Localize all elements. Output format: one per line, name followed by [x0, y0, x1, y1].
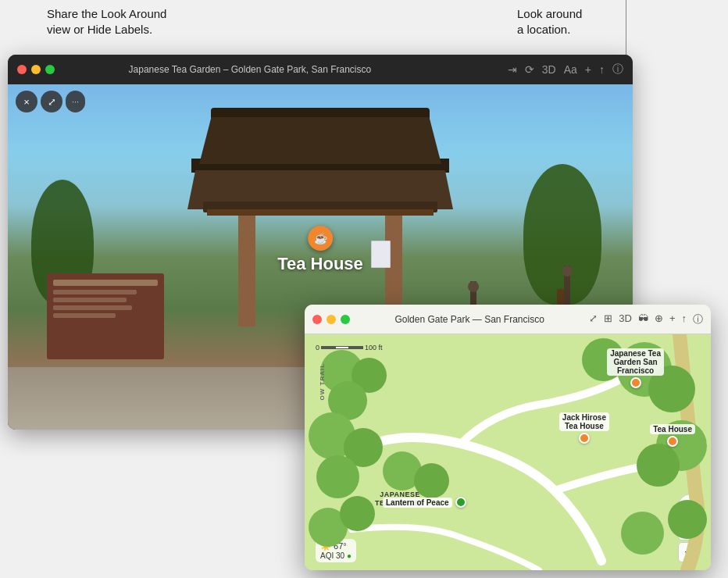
poi-th-label: Tea House [650, 424, 695, 434]
map-sidebar-icon[interactable]: ⤢ [589, 312, 598, 326]
tea-house-marker[interactable]: ☕ Tea House [277, 226, 363, 274]
la-more-button[interactable]: ··· [66, 91, 85, 112]
map-search-icon[interactable]: ⊕ [655, 312, 663, 326]
poi-jh-dot [579, 433, 590, 444]
map-minimize-button[interactable] [327, 315, 336, 324]
tree-cluster-6 [316, 455, 359, 498]
la-expand-button[interactable]: ⤢ [41, 91, 62, 112]
share-icon[interactable]: ↑ [599, 63, 605, 76]
poi-lop-dot [455, 497, 466, 508]
look-around-titlebar: Japanese Tea Garden – Golden Gate Park, … [8, 55, 633, 84]
tree-cluster-13 [340, 496, 375, 531]
tree-cluster-15 [668, 500, 707, 539]
tea-house-pin: ☕ [308, 226, 333, 251]
map-maximize-button[interactable] [341, 315, 350, 324]
poi-lop-label: Lantern of Peace [383, 498, 452, 508]
map-titlebar: Golden Gate Park — San Francisco ⤢ ⊞ 3D … [305, 305, 711, 334]
poi-lantern[interactable]: Lantern of Peace [383, 497, 466, 508]
map-close-button[interactable] [312, 315, 322, 324]
font-icon[interactable]: Aa [564, 63, 577, 76]
la-close-button[interactable]: × [16, 91, 37, 112]
map-3d-button[interactable]: 3D [619, 312, 632, 326]
poi-jtg-label: Japanese TeaGarden SanFrancisco [607, 348, 664, 376]
tree-cluster-14 [621, 512, 664, 555]
ow-trail-label: OW TRAIL [319, 363, 326, 401]
map-window: Golden Gate Park — San Francisco ⤢ ⊞ 3D … [305, 305, 711, 570]
add-icon[interactable]: + [585, 63, 591, 76]
gate-structure [187, 108, 453, 326]
poi-jtg-dot [630, 377, 641, 388]
map-traffic-lights [312, 315, 350, 324]
map-add-icon[interactable]: + [669, 312, 676, 326]
map-share-icon[interactable]: ↑ [682, 312, 687, 326]
3d-icon[interactable]: 3D [542, 63, 556, 76]
poi-japanese-tea-garden[interactable]: Japanese TeaGarden SanFrancisco [607, 348, 664, 388]
poi-th-dot [667, 436, 678, 447]
tea-cup-icon: ☕ [314, 232, 327, 244]
map-body: OW TRAIL 0 100 ft 🏯 JAPANESE TEA GARDEN … [305, 334, 711, 570]
rotate-icon[interactable]: ⟳ [525, 63, 534, 76]
info-icon[interactable]: ⓘ [612, 62, 623, 77]
map-eyeglasses-icon[interactable]: 🕶 [638, 312, 648, 326]
annotation-look-around: Look around a location. [517, 6, 642, 38]
notice-paper [371, 241, 391, 268]
poi-tea-house[interactable]: Tea House [650, 424, 695, 447]
sidebar-icon[interactable]: ⇥ [508, 63, 517, 76]
look-around-toolbar: ⇥ ⟳ 3D Aa + ↑ ⓘ [508, 62, 623, 77]
annotation-share: Share the Look Around view or Hide Label… [47, 6, 234, 38]
map-info-icon[interactable]: ⓘ [693, 312, 703, 326]
tree-cluster-17 [414, 463, 449, 498]
map-toolbar: ⤢ ⊞ 3D 🕶 ⊕ + ↑ ⓘ [589, 312, 703, 326]
tea-house-label: Tea House [277, 254, 363, 274]
info-sign [47, 273, 164, 359]
look-around-window-title: Japanese Tea Garden – Golden Gate Park, … [8, 64, 508, 75]
map-view-icon[interactable]: ⊞ [604, 312, 612, 326]
poi-jh-label: Jack HiroseTea House [559, 412, 609, 431]
map-window-title: Golden Gate Park — San Francisco [350, 314, 589, 325]
tree-cluster-11 [637, 444, 680, 487]
look-around-controls: × ⤢ ··· [16, 91, 85, 112]
poi-jack-hirose[interactable]: Jack HiroseTea House [559, 412, 609, 444]
